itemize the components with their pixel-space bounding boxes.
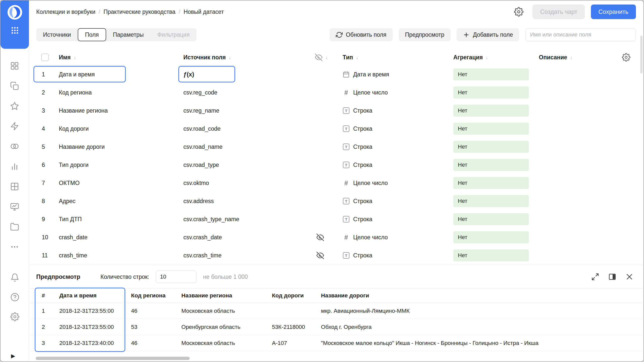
tab-sources[interactable]: Источники <box>36 28 78 41</box>
dataset-settings-gear-icon[interactable] <box>514 7 524 17</box>
field-row[interactable]: 8Адресcsv.addressTСтрокаНет <box>29 192 643 210</box>
field-source[interactable]: csv.crash_time <box>183 252 315 259</box>
field-type-cell[interactable]: TСтрока <box>343 216 453 223</box>
field-source[interactable]: csv.reg_code <box>183 89 315 96</box>
close-preview-icon[interactable] <box>625 273 633 281</box>
sort-descending-icon[interactable]: ↓ <box>486 55 488 60</box>
select-all-checkbox[interactable] <box>41 54 49 61</box>
field-name[interactable]: Адрес <box>59 198 183 205</box>
column-header-source[interactable]: Источник поля <box>183 54 226 61</box>
field-source[interactable]: csv.crash_type_name <box>183 216 315 223</box>
aggregation-select[interactable]: Нет <box>453 249 529 261</box>
preview-toggle-button[interactable]: Предпросмотр <box>399 28 451 41</box>
preview-column-header[interactable]: Код региона <box>126 292 176 299</box>
help-icon[interactable] <box>10 293 19 302</box>
field-type-cell[interactable]: #Целое число <box>343 89 453 96</box>
breadcrumb-workbook[interactable]: Практические руководства <box>103 9 175 15</box>
aggregation-select[interactable]: Нет <box>453 195 529 207</box>
preview-column-header[interactable]: Название региона <box>176 292 266 299</box>
bell-icon[interactable] <box>10 273 19 282</box>
field-type-cell[interactable]: TСтрока <box>343 252 453 259</box>
bar-chart-icon[interactable] <box>10 162 19 171</box>
column-header-name[interactable]: Имя <box>59 54 71 61</box>
preview-column-header[interactable]: Название дороги <box>315 292 636 299</box>
folder-icon[interactable] <box>10 222 19 231</box>
sort-descending-icon[interactable]: ↓ <box>73 55 76 60</box>
field-type-cell[interactable]: TСтрока <box>343 143 453 150</box>
breadcrumb-current-dataset[interactable]: Новый датасет <box>184 9 224 15</box>
update-fields-button[interactable]: Обновить поля <box>330 28 393 41</box>
sort-descending-icon[interactable]: ↓ <box>228 55 231 60</box>
field-name[interactable]: ОКТМО <box>59 180 183 187</box>
circles-icon[interactable] <box>10 142 19 151</box>
field-source[interactable]: csv.road_name <box>183 144 315 150</box>
field-formula-source[interactable]: ƒ(x) <box>183 71 315 78</box>
field-row[interactable]: 5Название дорогиcsv.road_nameTСтрокаНет <box>29 138 643 156</box>
field-name[interactable]: Код дороги <box>59 125 183 132</box>
datalens-logo-icon[interactable] <box>7 5 23 20</box>
breadcrumb-collections[interactable]: Коллекции и воркбуки <box>36 9 95 15</box>
lightning-icon[interactable] <box>10 122 19 131</box>
aggregation-select[interactable]: Нет <box>453 213 529 225</box>
column-header-visibility-eye-off-icon[interactable] <box>315 54 323 61</box>
sort-descending-icon[interactable]: ↓ <box>325 55 328 60</box>
field-row[interactable]: 3Название регионаcsv.reg_nameTСтрокаНет <box>29 102 643 120</box>
expand-preview-icon[interactable] <box>591 273 599 281</box>
horizontal-scrollbar[interactable] <box>36 357 190 360</box>
field-row[interactable]: 4Код дорогиcsv.road_codeTСтрокаНет <box>29 120 643 138</box>
sort-descending-icon[interactable]: ↓ <box>570 55 573 60</box>
aggregation-select[interactable]: Нет <box>453 68 529 80</box>
monitor-chart-icon[interactable] <box>10 202 19 211</box>
star-icon[interactable] <box>10 102 19 111</box>
tab-parameters[interactable]: Параметры <box>106 28 151 41</box>
aggregation-select[interactable]: Нет <box>453 141 529 153</box>
aggregation-select[interactable]: Нет <box>453 86 529 99</box>
gear-icon[interactable] <box>10 312 19 321</box>
aggregation-select[interactable]: Нет <box>453 123 529 135</box>
copy-layers-icon[interactable] <box>10 81 19 90</box>
field-source[interactable]: csv.address <box>183 198 315 205</box>
vertical-scrollbar[interactable] <box>640 36 642 73</box>
field-name[interactable]: Тип дороги <box>59 162 183 168</box>
field-name[interactable]: Дата и время <box>59 71 183 78</box>
field-name[interactable]: crash_date <box>59 234 183 241</box>
ellipsis-icon[interactable] <box>10 242 19 251</box>
field-name[interactable]: Код региона <box>59 89 183 96</box>
table-settings-gear-icon[interactable] <box>622 53 630 62</box>
field-type-cell[interactable]: TСтрока <box>343 161 453 168</box>
split-view-icon[interactable] <box>608 273 616 281</box>
preview-column-header[interactable]: # <box>36 292 54 299</box>
add-field-button[interactable]: Добавить поле <box>457 28 519 41</box>
preview-column-header[interactable]: Код дороги <box>266 292 315 299</box>
sort-descending-icon[interactable]: ↓ <box>356 55 358 60</box>
apps-grid-icon[interactable] <box>11 26 19 36</box>
column-header-description[interactable]: Описание <box>539 54 567 61</box>
save-button[interactable]: Сохранить <box>591 5 636 19</box>
field-visibility-cell[interactable] <box>315 234 343 241</box>
field-type-cell[interactable]: TСтрока <box>343 107 453 114</box>
aggregation-select[interactable]: Нет <box>453 231 529 243</box>
field-type-cell[interactable]: Дата и время <box>343 71 453 78</box>
create-chart-button[interactable]: Создать чарт <box>533 5 585 19</box>
field-row[interactable]: 9Тип ДТПcsv.crash_type_nameTСтрокаНет <box>29 210 643 228</box>
field-source[interactable]: csv.road_code <box>183 125 315 132</box>
field-row[interactable]: 7ОКТМОcsv.oktmo#Целое числоНет <box>29 174 643 192</box>
field-search-input[interactable] <box>525 28 636 41</box>
field-row[interactable]: 11crash_timecsv.crash_timeTСтрокаНет <box>29 246 643 264</box>
field-name[interactable]: Название дороги <box>59 144 183 150</box>
tab-fields[interactable]: Поля <box>78 28 106 41</box>
field-name[interactable]: Название региона <box>59 107 183 114</box>
aggregation-select[interactable]: Нет <box>453 177 529 189</box>
field-row[interactable]: 1Дата и времяƒ(x)Дата и времяНет <box>29 65 643 83</box>
aggregation-select[interactable]: Нет <box>453 159 529 171</box>
field-row[interactable]: 10crash_datecsv.crash_date#Целое числоНе… <box>29 228 643 246</box>
grid-squares-icon[interactable] <box>10 61 19 70</box>
field-type-cell[interactable]: #Целое число <box>343 234 453 241</box>
row-count-input[interactable] <box>156 270 196 283</box>
field-source[interactable]: csv.reg_name <box>183 107 315 114</box>
field-source[interactable]: csv.crash_date <box>183 234 315 241</box>
field-type-cell[interactable]: #Целое число <box>343 179 453 187</box>
field-source[interactable]: csv.oktmo <box>183 180 315 187</box>
field-row[interactable]: 6Тип дорогиcsv.road_typeTСтрокаНет <box>29 156 643 174</box>
field-type-cell[interactable]: TСтрока <box>343 125 453 132</box>
